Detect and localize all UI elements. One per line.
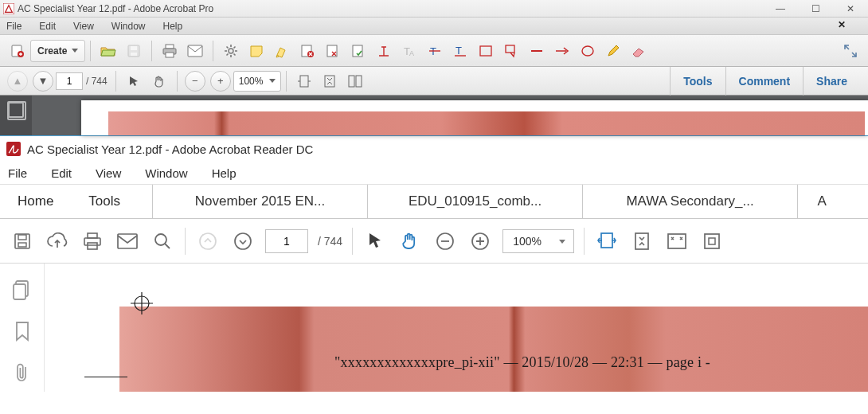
zoom-select[interactable]: 100% [502,229,574,253]
page-input[interactable] [56,72,83,90]
page-cover-graphic [108,111,865,135]
comment-pane-button[interactable]: Comment [725,67,803,96]
menu-window[interactable]: Window [145,166,187,180]
page-input[interactable] [265,229,308,253]
tools-tab[interactable]: Tools [71,185,153,218]
page-total: / 744 [86,76,108,87]
underline-icon[interactable]: T [450,41,471,61]
stamp-approve-icon[interactable] [348,41,369,61]
email-icon[interactable] [185,41,205,61]
doc-tab-2[interactable]: EDU_010915_comb... [368,185,583,218]
minimize-button[interactable]: — [763,0,798,18]
print-icon[interactable] [159,41,180,61]
page-down-button[interactable]: ▼ [33,71,53,92]
strikethrough-icon[interactable]: T [424,41,445,61]
print-icon[interactable] [80,228,105,254]
hand-tool-icon[interactable] [149,71,170,92]
menu-view[interactable]: View [96,166,121,180]
menu-help[interactable]: Help [212,166,237,180]
thumbnails-icon[interactable] [12,279,33,300]
line-icon[interactable] [526,41,547,61]
save-icon[interactable] [10,228,35,254]
dc-page: "xxxxxxxxxxxxxpre_pi-xii" — 2015/10/28 —… [119,307,868,392]
registration-mark-icon [131,292,153,314]
search-icon[interactable] [150,228,175,254]
zoom-in-icon[interactable] [467,228,493,254]
select-tool-icon[interactable] [123,71,144,92]
zoom-value: 100% [239,76,264,87]
text-edit-icon[interactable] [373,41,394,61]
svg-rect-45 [14,284,25,299]
pencil-icon[interactable] [603,41,624,61]
email-icon[interactable] [115,228,140,254]
arrow-icon[interactable] [552,41,573,61]
fit-width-icon[interactable] [294,71,315,92]
menu-file[interactable]: File [6,21,22,32]
close-button[interactable]: ✕ [833,0,868,18]
select-tool-icon[interactable] [362,228,388,254]
sticky-note-icon[interactable] [246,41,267,61]
svg-rect-32 [88,243,97,249]
pro-right-panes: Tools Comment Share [670,67,860,96]
dc-toolbar: / 744 100% [0,219,868,264]
eraser-icon[interactable] [628,41,649,61]
read-mode-icon[interactable] [664,228,690,254]
svg-rect-6 [166,45,174,49]
doc-close-icon[interactable]: ✕ [838,19,846,30]
menu-view[interactable]: View [73,21,94,32]
menu-file[interactable]: File [8,166,27,180]
text-tool-icon[interactable]: TA [399,41,420,61]
more-tools-icon[interactable] [699,228,725,254]
textbox-icon[interactable] [475,41,496,61]
create-button[interactable]: Create [30,40,85,62]
cloud-upload-icon[interactable] [45,228,70,254]
page-up-icon[interactable] [195,228,221,254]
zoom-in-button[interactable]: + [210,71,231,92]
page-cover-graphic [119,307,868,392]
page-up-button[interactable]: ▲ [7,71,28,92]
dc-titlebar: AC Specialist Year 12.pdf - Adobe Acroba… [0,135,868,162]
zoom-out-button[interactable]: − [185,71,205,92]
fit-page-icon[interactable] [629,228,655,254]
stamp-replace-icon[interactable] [323,41,343,61]
two-page-icon[interactable] [345,71,366,92]
fit-width-icon[interactable] [594,228,620,254]
zoom-value: 100% [513,235,542,248]
oval-icon[interactable] [577,41,598,61]
page-down-icon[interactable] [230,228,256,254]
doc-tab-1[interactable]: November 2015 EN... [153,185,368,218]
maximize-button[interactable]: ☐ [798,0,833,18]
create-label: Create [37,45,67,57]
zoom-out-icon[interactable] [432,228,458,254]
fit-page-icon[interactable] [319,71,340,92]
home-tab[interactable]: Home [0,185,71,218]
gear-icon[interactable] [221,41,241,61]
tools-pane-button[interactable]: Tools [670,67,725,96]
menu-help[interactable]: Help [163,21,183,32]
pro-window-controls: — ☐ ✕ [763,0,868,18]
svg-rect-41 [668,234,686,248]
svg-rect-33 [118,234,137,248]
zoom-select[interactable]: 100% [233,71,282,92]
callout-icon[interactable] [501,41,522,61]
bookmark-icon[interactable] [12,321,33,342]
svg-text:T: T [456,45,462,57]
open-icon[interactable] [98,41,119,61]
expand-icon[interactable] [840,41,861,61]
hand-tool-icon[interactable] [397,228,423,254]
doc-tab-3[interactable]: MAWA Secondary_... [583,185,798,218]
create-pdf-icon[interactable] [7,41,28,61]
share-pane-button[interactable]: Share [803,67,860,96]
menu-window[interactable]: Window [111,21,146,32]
svg-point-35 [200,233,216,249]
thumbnails-icon[interactable] [8,102,24,118]
svg-point-36 [235,233,251,249]
menu-edit[interactable]: Edit [39,21,56,32]
attachment-icon[interactable] [12,362,33,383]
dc-tabs: Home Tools November 2015 EN... EDU_01091… [0,184,868,219]
save-icon[interactable] [123,41,144,61]
doc-tab-4[interactable]: A [798,185,846,218]
highlight-icon[interactable] [272,41,292,61]
menu-edit[interactable]: Edit [51,166,72,180]
stamp-delete-icon[interactable] [297,41,318,61]
